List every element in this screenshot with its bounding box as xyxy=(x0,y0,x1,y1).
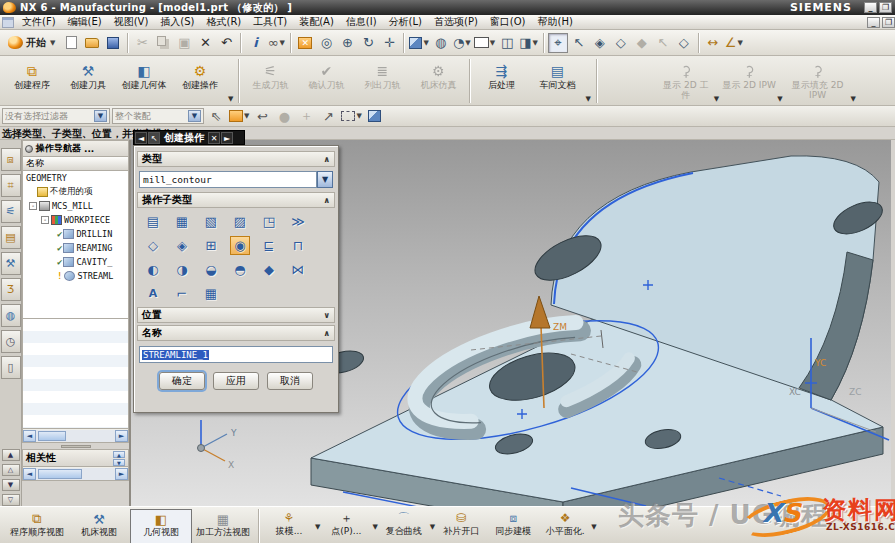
highlight-button[interactable]: ▼ xyxy=(228,106,250,126)
machine-tool-navigator-button[interactable]: ⚒ xyxy=(1,252,21,275)
scroll-thumb[interactable] xyxy=(38,469,82,479)
tab-next-icon[interactable]: ► xyxy=(221,132,233,144)
patch-opening-button[interactable]: ⛁ 补片开口 xyxy=(435,509,487,543)
menu-tools[interactable]: 工具(T) xyxy=(247,15,293,29)
point-button[interactable]: ＋ 点(P)... xyxy=(320,509,372,543)
tree-item-workpiece[interactable]: - WORKPIECE xyxy=(23,213,128,227)
scroll-right-icon[interactable]: ► xyxy=(115,468,128,480)
show-2d-workpiece-button[interactable]: ⚳ 显示 2D 工件 xyxy=(658,59,714,103)
rotate-view-button[interactable]: ↻ xyxy=(358,33,378,53)
show-2d-ipw-button[interactable]: ⚳ 显示 2D IPW xyxy=(721,59,777,103)
close-icon[interactable]: ✕ xyxy=(208,132,220,144)
create-program-button[interactable]: ⧉ 创建程序 xyxy=(4,59,60,103)
scroll-down-icon[interactable]: ▼ xyxy=(113,459,125,466)
wireframe-display-button[interactable]: ◍ xyxy=(431,33,451,53)
operation-navigator-button[interactable]: ▤ xyxy=(1,226,21,249)
machine-simulation-button[interactable]: ⚙ 机床仿真 xyxy=(410,59,466,103)
machine-tool-view-button[interactable]: ⚒ 机床视图 xyxy=(68,509,130,543)
ok-button[interactable]: 确定 xyxy=(159,372,205,390)
selection-scope-combo[interactable]: 整个装配 ▼ xyxy=(112,108,204,124)
tree-item-reaming[interactable]: ✔ REAMING xyxy=(23,241,128,255)
tree-item-drilling[interactable]: ✔ DRILLIN xyxy=(23,227,128,241)
tree-item-mcs-mill[interactable]: - MCS_MILL xyxy=(23,199,128,213)
tree-item-geometry[interactable]: GEOMETRY xyxy=(23,171,128,185)
draft-button[interactable]: ⚘ 拔模... xyxy=(263,509,315,543)
palette-button[interactable]: ▯ xyxy=(1,356,21,379)
clip-section-button[interactable]: ◫ xyxy=(497,33,517,53)
chevron-down-icon[interactable]: ▼ xyxy=(777,95,782,103)
synchronous-modeling-button[interactable]: ⧈ 同步建模 xyxy=(487,509,539,543)
subtype-icon-r3c6[interactable]: ⋈ xyxy=(288,260,308,279)
new-file-button[interactable] xyxy=(61,33,81,53)
edit-section-button[interactable]: ◨▼ xyxy=(518,33,539,53)
section-name[interactable]: 名称 ∧ xyxy=(137,325,335,341)
zoom-in-out-button[interactable]: ⊕ xyxy=(337,33,357,53)
chevron-down-icon[interactable]: ▼ xyxy=(585,95,590,103)
tree-item-streamline[interactable]: ! STREAML xyxy=(23,269,128,283)
navigator-hscrollbar[interactable]: ◄ ► xyxy=(22,429,129,443)
dependencies-header[interactable]: 相关性 ▲ ▼ xyxy=(22,449,129,467)
zoom-window-button[interactable]: ◎ xyxy=(316,33,336,53)
title-bar[interactable]: NX 6 - Manufacturing - [model1.prt （修改的）… xyxy=(0,0,895,15)
resource-scroll-top-button[interactable]: ▲ xyxy=(2,449,20,461)
menu-view[interactable]: 视图(V) xyxy=(108,15,155,29)
navigator-header[interactable]: 操作导航器 ... xyxy=(22,140,129,157)
scroll-left-icon[interactable]: ◄ xyxy=(23,430,36,442)
postprocess-button[interactable]: ⇶ 后处理 xyxy=(473,59,529,103)
menu-file[interactable]: 文件(F) xyxy=(16,15,62,29)
select-lasso-button[interactable]: ↖ xyxy=(569,33,589,53)
hide-component-button[interactable]: ● xyxy=(274,106,294,126)
part-navigator-button[interactable]: ⚟ xyxy=(1,200,21,223)
paste-button[interactable]: ▣ xyxy=(174,33,194,53)
subtype-icon-r2c2[interactable]: ◈ xyxy=(172,236,192,255)
create-geometry-button[interactable]: ◧ 创建几何体 xyxy=(116,59,172,103)
menu-help[interactable]: 帮助(H) xyxy=(532,15,579,29)
constraint-navigator-button[interactable]: ⌗ xyxy=(1,174,21,197)
name-column-header[interactable]: 名称 xyxy=(22,157,129,171)
navigator-more-button[interactable]: ... xyxy=(84,144,94,154)
menu-preferences[interactable]: 首选项(P) xyxy=(428,15,484,29)
verify-toolpath-button[interactable]: ✔ 确认刀轨 xyxy=(298,59,354,103)
tree-item-cavity[interactable]: ✔ CAVITY_ xyxy=(23,255,128,269)
measure-angle-button[interactable]: ∠▼ xyxy=(724,33,744,53)
scroll-right-icon[interactable]: ► xyxy=(115,430,128,442)
subtype-icon-r2c1[interactable]: ◇ xyxy=(143,236,163,255)
subtype-icon-r3c4[interactable]: ◓ xyxy=(230,260,250,279)
subtype-icon-r2c6[interactable]: ⊓ xyxy=(288,236,308,255)
show-filled-2d-ipw-button[interactable]: ⚳ 显示填充 2D IPW xyxy=(785,59,851,103)
pick-arrow-button[interactable]: ↗ xyxy=(318,106,338,126)
snap-point-button[interactable]: ⌖ xyxy=(548,33,568,53)
collapse-icon[interactable]: - xyxy=(41,216,49,224)
copy-button[interactable] xyxy=(153,33,173,53)
facet-button[interactable]: ❖ 小平面化. xyxy=(539,509,591,543)
snap-end-button[interactable]: ◆ xyxy=(632,33,652,53)
restore-button[interactable]: ❐ xyxy=(879,2,892,13)
selection-filter-combo[interactable]: 没有选择过滤器 ▼ xyxy=(2,108,110,124)
subtype-icon-r2c5[interactable]: ⊑ xyxy=(259,236,279,255)
list-toolpath-button[interactable]: ≣ 列出刀轨 xyxy=(354,59,410,103)
type-combo-dropdown[interactable]: ▼ xyxy=(317,171,333,188)
subtype-icon-r3c5[interactable]: ◆ xyxy=(259,260,279,279)
integrator-button[interactable]: Ʒ xyxy=(1,278,21,301)
program-order-view-button[interactable]: ⧉ 程序顺序视图 xyxy=(6,509,68,543)
subtype-icon-r3c2[interactable]: ◑ xyxy=(172,260,192,279)
subtype-icon-r3c3[interactable]: ◒ xyxy=(201,260,221,279)
shop-documentation-button[interactable]: ▤ 车间文档 xyxy=(529,59,585,103)
menu-assemblies[interactable]: 装配(A) xyxy=(293,15,340,29)
doc-restore-button[interactable]: ❐ xyxy=(882,17,895,28)
assembly-navigator-button[interactable]: ⧈ xyxy=(1,148,21,171)
menu-window[interactable]: 窗口(O) xyxy=(484,15,532,29)
minimize-button[interactable]: _ xyxy=(864,2,877,13)
solid-select-button[interactable] xyxy=(365,106,385,126)
subtype-icon-r2c3[interactable]: ⊞ xyxy=(201,236,221,255)
subtype-icon-r1c4[interactable]: ▨ xyxy=(230,212,250,231)
apply-button[interactable]: 应用 xyxy=(213,372,259,390)
scroll-up-icon[interactable]: ▲ xyxy=(113,451,125,458)
background-button[interactable]: ▼ xyxy=(473,33,496,53)
history-button[interactable]: ◷ xyxy=(1,330,21,353)
menu-edit[interactable]: 编辑(E) xyxy=(62,15,108,29)
scroll-thumb[interactable] xyxy=(38,431,66,441)
find-button[interactable]: ∞▼ xyxy=(266,33,286,53)
cut-button[interactable]: ✂ xyxy=(132,33,152,53)
type-combo[interactable]: mill_contour xyxy=(139,171,317,188)
